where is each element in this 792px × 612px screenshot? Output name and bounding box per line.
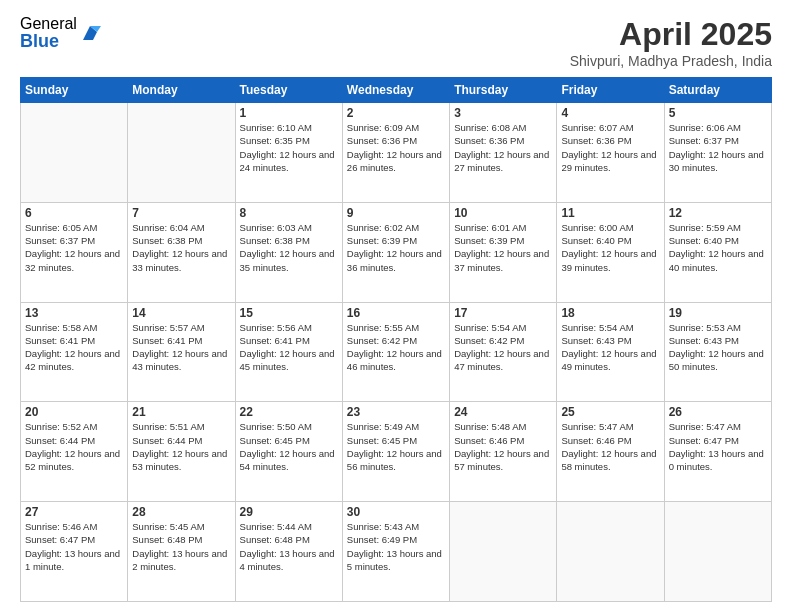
- day-info: Sunrise: 6:09 AMSunset: 6:36 PMDaylight:…: [347, 121, 445, 174]
- week-row-3: 13Sunrise: 5:58 AMSunset: 6:41 PMDayligh…: [21, 302, 772, 402]
- calendar-cell: 26Sunrise: 5:47 AMSunset: 6:47 PMDayligh…: [664, 402, 771, 502]
- day-number: 28: [132, 505, 230, 519]
- calendar-cell: 3Sunrise: 6:08 AMSunset: 6:36 PMDaylight…: [450, 103, 557, 203]
- day-info: Sunrise: 6:00 AMSunset: 6:40 PMDaylight:…: [561, 221, 659, 274]
- calendar-cell: 12Sunrise: 5:59 AMSunset: 6:40 PMDayligh…: [664, 202, 771, 302]
- calendar-cell: 15Sunrise: 5:56 AMSunset: 6:41 PMDayligh…: [235, 302, 342, 402]
- week-row-1: 1Sunrise: 6:10 AMSunset: 6:35 PMDaylight…: [21, 103, 772, 203]
- day-info: Sunrise: 5:52 AMSunset: 6:44 PMDaylight:…: [25, 420, 123, 473]
- calendar-cell: 13Sunrise: 5:58 AMSunset: 6:41 PMDayligh…: [21, 302, 128, 402]
- calendar-cell: 10Sunrise: 6:01 AMSunset: 6:39 PMDayligh…: [450, 202, 557, 302]
- calendar-table: SundayMondayTuesdayWednesdayThursdayFrid…: [20, 77, 772, 602]
- day-number: 10: [454, 206, 552, 220]
- day-number: 2: [347, 106, 445, 120]
- day-number: 13: [25, 306, 123, 320]
- calendar-cell: [450, 502, 557, 602]
- weekday-header-thursday: Thursday: [450, 78, 557, 103]
- calendar-cell: 27Sunrise: 5:46 AMSunset: 6:47 PMDayligh…: [21, 502, 128, 602]
- calendar-cell: 18Sunrise: 5:54 AMSunset: 6:43 PMDayligh…: [557, 302, 664, 402]
- day-number: 17: [454, 306, 552, 320]
- weekday-header-saturday: Saturday: [664, 78, 771, 103]
- calendar-cell: 2Sunrise: 6:09 AMSunset: 6:36 PMDaylight…: [342, 103, 449, 203]
- calendar-cell: 30Sunrise: 5:43 AMSunset: 6:49 PMDayligh…: [342, 502, 449, 602]
- week-row-2: 6Sunrise: 6:05 AMSunset: 6:37 PMDaylight…: [21, 202, 772, 302]
- calendar-cell: 6Sunrise: 6:05 AMSunset: 6:37 PMDaylight…: [21, 202, 128, 302]
- day-info: Sunrise: 5:44 AMSunset: 6:48 PMDaylight:…: [240, 520, 338, 573]
- calendar-cell: 17Sunrise: 5:54 AMSunset: 6:42 PMDayligh…: [450, 302, 557, 402]
- day-info: Sunrise: 5:48 AMSunset: 6:46 PMDaylight:…: [454, 420, 552, 473]
- day-info: Sunrise: 6:04 AMSunset: 6:38 PMDaylight:…: [132, 221, 230, 274]
- title-block: April 2025 Shivpuri, Madhya Pradesh, Ind…: [570, 16, 772, 69]
- weekday-header-sunday: Sunday: [21, 78, 128, 103]
- day-info: Sunrise: 6:06 AMSunset: 6:37 PMDaylight:…: [669, 121, 767, 174]
- day-info: Sunrise: 5:54 AMSunset: 6:42 PMDaylight:…: [454, 321, 552, 374]
- day-number: 7: [132, 206, 230, 220]
- calendar-cell: [557, 502, 664, 602]
- month-year: April 2025: [570, 16, 772, 53]
- header: General Blue April 2025 Shivpuri, Madhya…: [20, 16, 772, 69]
- calendar-cell: 20Sunrise: 5:52 AMSunset: 6:44 PMDayligh…: [21, 402, 128, 502]
- weekday-header-monday: Monday: [128, 78, 235, 103]
- calendar-cell: 4Sunrise: 6:07 AMSunset: 6:36 PMDaylight…: [557, 103, 664, 203]
- calendar-cell: 11Sunrise: 6:00 AMSunset: 6:40 PMDayligh…: [557, 202, 664, 302]
- day-number: 15: [240, 306, 338, 320]
- calendar-cell: 9Sunrise: 6:02 AMSunset: 6:39 PMDaylight…: [342, 202, 449, 302]
- calendar-cell: 19Sunrise: 5:53 AMSunset: 6:43 PMDayligh…: [664, 302, 771, 402]
- day-number: 22: [240, 405, 338, 419]
- day-number: 27: [25, 505, 123, 519]
- day-number: 6: [25, 206, 123, 220]
- day-info: Sunrise: 5:47 AMSunset: 6:47 PMDaylight:…: [669, 420, 767, 473]
- calendar-cell: 21Sunrise: 5:51 AMSunset: 6:44 PMDayligh…: [128, 402, 235, 502]
- calendar-cell: 7Sunrise: 6:04 AMSunset: 6:38 PMDaylight…: [128, 202, 235, 302]
- day-info: Sunrise: 5:57 AMSunset: 6:41 PMDaylight:…: [132, 321, 230, 374]
- calendar-cell: 23Sunrise: 5:49 AMSunset: 6:45 PMDayligh…: [342, 402, 449, 502]
- day-number: 8: [240, 206, 338, 220]
- week-row-5: 27Sunrise: 5:46 AMSunset: 6:47 PMDayligh…: [21, 502, 772, 602]
- day-number: 20: [25, 405, 123, 419]
- day-info: Sunrise: 5:54 AMSunset: 6:43 PMDaylight:…: [561, 321, 659, 374]
- day-number: 9: [347, 206, 445, 220]
- calendar-cell: 25Sunrise: 5:47 AMSunset: 6:46 PMDayligh…: [557, 402, 664, 502]
- day-info: Sunrise: 5:58 AMSunset: 6:41 PMDaylight:…: [25, 321, 123, 374]
- day-info: Sunrise: 6:07 AMSunset: 6:36 PMDaylight:…: [561, 121, 659, 174]
- logo-icon: [79, 22, 101, 44]
- location: Shivpuri, Madhya Pradesh, India: [570, 53, 772, 69]
- logo-general: General: [20, 16, 77, 32]
- day-number: 11: [561, 206, 659, 220]
- calendar-cell: 28Sunrise: 5:45 AMSunset: 6:48 PMDayligh…: [128, 502, 235, 602]
- weekday-header-row: SundayMondayTuesdayWednesdayThursdayFrid…: [21, 78, 772, 103]
- day-number: 29: [240, 505, 338, 519]
- calendar-cell: 22Sunrise: 5:50 AMSunset: 6:45 PMDayligh…: [235, 402, 342, 502]
- day-info: Sunrise: 5:43 AMSunset: 6:49 PMDaylight:…: [347, 520, 445, 573]
- day-number: 12: [669, 206, 767, 220]
- logo-blue: Blue: [20, 32, 77, 50]
- calendar-body: 1Sunrise: 6:10 AMSunset: 6:35 PMDaylight…: [21, 103, 772, 602]
- day-number: 30: [347, 505, 445, 519]
- day-info: Sunrise: 5:53 AMSunset: 6:43 PMDaylight:…: [669, 321, 767, 374]
- day-info: Sunrise: 5:50 AMSunset: 6:45 PMDaylight:…: [240, 420, 338, 473]
- weekday-header-friday: Friday: [557, 78, 664, 103]
- calendar-page: General Blue April 2025 Shivpuri, Madhya…: [0, 0, 792, 612]
- day-info: Sunrise: 5:47 AMSunset: 6:46 PMDaylight:…: [561, 420, 659, 473]
- calendar-cell: 14Sunrise: 5:57 AMSunset: 6:41 PMDayligh…: [128, 302, 235, 402]
- calendar-cell: 29Sunrise: 5:44 AMSunset: 6:48 PMDayligh…: [235, 502, 342, 602]
- day-info: Sunrise: 6:01 AMSunset: 6:39 PMDaylight:…: [454, 221, 552, 274]
- day-number: 26: [669, 405, 767, 419]
- calendar-cell: 1Sunrise: 6:10 AMSunset: 6:35 PMDaylight…: [235, 103, 342, 203]
- day-info: Sunrise: 5:45 AMSunset: 6:48 PMDaylight:…: [132, 520, 230, 573]
- calendar-cell: 5Sunrise: 6:06 AMSunset: 6:37 PMDaylight…: [664, 103, 771, 203]
- week-row-4: 20Sunrise: 5:52 AMSunset: 6:44 PMDayligh…: [21, 402, 772, 502]
- day-info: Sunrise: 5:51 AMSunset: 6:44 PMDaylight:…: [132, 420, 230, 473]
- day-info: Sunrise: 5:56 AMSunset: 6:41 PMDaylight:…: [240, 321, 338, 374]
- day-number: 24: [454, 405, 552, 419]
- day-number: 21: [132, 405, 230, 419]
- day-number: 1: [240, 106, 338, 120]
- day-number: 16: [347, 306, 445, 320]
- day-number: 23: [347, 405, 445, 419]
- weekday-header-wednesday: Wednesday: [342, 78, 449, 103]
- day-info: Sunrise: 5:59 AMSunset: 6:40 PMDaylight:…: [669, 221, 767, 274]
- calendar-cell: [664, 502, 771, 602]
- calendar-cell: 8Sunrise: 6:03 AMSunset: 6:38 PMDaylight…: [235, 202, 342, 302]
- day-info: Sunrise: 5:46 AMSunset: 6:47 PMDaylight:…: [25, 520, 123, 573]
- calendar-cell: [21, 103, 128, 203]
